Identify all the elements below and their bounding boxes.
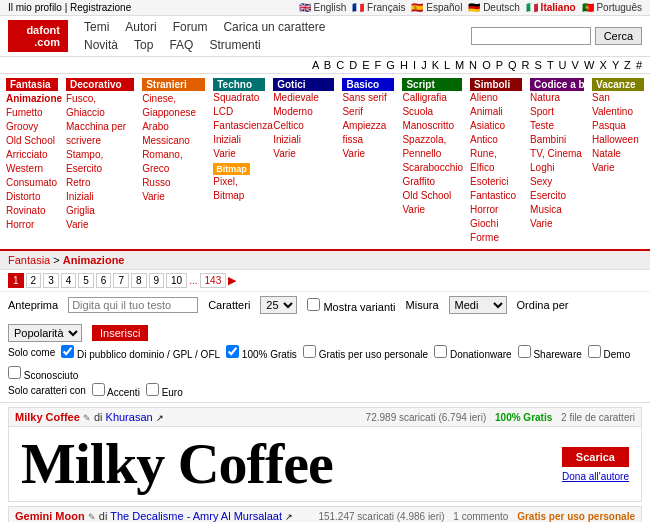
cat-rune[interactable]: Rune, Elfico [470, 147, 522, 175]
profile-link[interactable]: Il mio profilo [8, 2, 62, 13]
cat-spazzola[interactable]: Spazzola, Pennello [402, 133, 462, 161]
dona-button-milky[interactable]: Dona all'autore [562, 471, 629, 482]
cat-scarabocchio[interactable]: Scarabocchio [402, 161, 462, 175]
cat-basico-header[interactable]: Basico [342, 78, 394, 91]
font-name-link-milky[interactable]: Milky Coffee [15, 411, 80, 423]
alpha-x[interactable]: X [599, 59, 606, 71]
cat-varie-sc[interactable]: Varie [402, 203, 462, 217]
cat-varie-s[interactable]: Varie [142, 190, 205, 204]
search-button[interactable]: Cerca [595, 27, 642, 45]
cat-fumetto[interactable]: Fumetto [6, 106, 58, 120]
cat-oldschool-s[interactable]: Old School [402, 189, 462, 203]
cat-bambini[interactable]: Bambini [530, 133, 584, 147]
page-9[interactable]: 9 [149, 273, 165, 288]
cat-gotici-header[interactable]: Gotici [273, 78, 334, 91]
cat-script-header[interactable]: Script [402, 78, 462, 91]
cat-groovy[interactable]: Groovy [6, 120, 58, 134]
size-select[interactable]: Piccoli Medi Grandi [449, 296, 507, 314]
nav-temi[interactable]: Temi [84, 20, 109, 34]
cat-fantastico[interactable]: Fantastico [470, 189, 522, 203]
alpha-k[interactable]: K [432, 59, 439, 71]
alpha-a[interactable]: A [312, 59, 319, 71]
lang-spanish[interactable]: 🇪🇸 Español [411, 2, 462, 13]
cat-romano[interactable]: Romano, Greco [142, 148, 205, 176]
cat-graffito[interactable]: Graffito [402, 175, 462, 189]
alpha-z[interactable]: Z [624, 59, 631, 71]
cat-sansserif[interactable]: Sans serif [342, 91, 394, 105]
page-3[interactable]: 3 [43, 273, 59, 288]
lang-german[interactable]: 🇩🇪 Deutsch [468, 2, 519, 13]
lang-italian[interactable]: 🇮🇹 Italiano [526, 2, 576, 13]
cat-varie-b[interactable]: Varie [342, 147, 394, 161]
page-8[interactable]: 8 [131, 273, 147, 288]
chars-select[interactable]: 25 50 [260, 296, 297, 314]
cat-fantasia-header[interactable]: Fantasia [6, 78, 58, 91]
page-current[interactable]: 1 [8, 273, 24, 288]
cb-euro[interactable] [146, 383, 159, 396]
page-10[interactable]: 10 [166, 273, 187, 288]
cat-tv[interactable]: TV, Cinema [530, 147, 584, 161]
alpha-y[interactable]: Y [612, 59, 619, 71]
register-link[interactable]: Registrazione [70, 2, 131, 13]
cat-cinese[interactable]: Cinese, Giapponese [142, 92, 205, 120]
alpha-m[interactable]: M [455, 59, 464, 71]
cat-fantascienza[interactable]: Fantascienza [213, 119, 265, 133]
alpha-t[interactable]: T [547, 59, 554, 71]
cat-simboli-header[interactable]: Simboli [470, 78, 522, 91]
cat-varie-g[interactable]: Varie [273, 147, 334, 161]
cat-iniziali-g[interactable]: Iniziali [273, 133, 334, 147]
cb-accenti[interactable] [92, 383, 105, 396]
lang-english[interactable]: 🇬🇧 English [299, 2, 347, 13]
alpha-w[interactable]: W [584, 59, 594, 71]
cat-medievale[interactable]: Medievale Moderno [273, 91, 334, 119]
cat-macchina[interactable]: Macchina per scrivere [66, 120, 134, 148]
cb-shareware[interactable] [518, 345, 531, 358]
cat-esoterici[interactable]: Esoterici [470, 175, 522, 189]
cat-celtico[interactable]: Celtico [273, 119, 334, 133]
cat-oldschool[interactable]: Old School [6, 134, 58, 148]
page-7[interactable]: 7 [113, 273, 129, 288]
cat-loghi[interactable]: Loghi [530, 161, 584, 175]
cat-vacanze-header[interactable]: Vacanze [592, 78, 644, 91]
alpha-i[interactable]: I [413, 59, 416, 71]
cat-stranieri-header[interactable]: Stranieri [142, 78, 205, 91]
cat-varie-d[interactable]: Varie [66, 218, 134, 232]
cat-animazione[interactable]: Animazione [6, 92, 58, 106]
page-5[interactable]: 5 [78, 273, 94, 288]
alpha-h[interactable]: H [400, 59, 408, 71]
cat-decorativo-header[interactable]: Decorativo [66, 78, 134, 91]
cat-ampiezza[interactable]: Ampiezza fissa [342, 119, 394, 147]
cb-demo[interactable] [588, 345, 601, 358]
alpha-d[interactable]: D [349, 59, 357, 71]
cat-antico[interactable]: Antico [470, 133, 522, 147]
cat-russo[interactable]: Russo [142, 176, 205, 190]
nav-strumenti[interactable]: Strumenti [209, 38, 260, 52]
alpha-n[interactable]: N [469, 59, 477, 71]
cat-sanvalentino[interactable]: San Valentino [592, 91, 644, 119]
cat-serif[interactable]: Serif [342, 105, 394, 119]
order-select[interactable]: Popolarità Data Nome [8, 324, 82, 342]
alpha-g[interactable]: G [386, 59, 395, 71]
alpha-b[interactable]: B [324, 59, 331, 71]
nav-faq[interactable]: FAQ [169, 38, 193, 52]
cat-animali[interactable]: Animali [470, 105, 522, 119]
nav-novita[interactable]: Novità [84, 38, 118, 52]
cat-squadrato[interactable]: Squadrato [213, 91, 265, 105]
cat-varie-t[interactable]: Varie [213, 147, 265, 161]
alpha-hash[interactable]: # [636, 59, 642, 71]
cat-western[interactable]: Western [6, 162, 58, 176]
page-next-arrow[interactable]: ▶ [228, 274, 236, 287]
nav-forum[interactable]: Forum [173, 20, 208, 34]
page-2[interactable]: 2 [26, 273, 42, 288]
cat-pasqua[interactable]: Pasqua [592, 119, 644, 133]
search-input[interactable] [471, 27, 591, 45]
cat-rovinato[interactable]: Rovinato [6, 204, 58, 218]
cb-unknown[interactable] [8, 366, 21, 379]
cat-forme[interactable]: Forme [470, 231, 522, 245]
cat-codice-header[interactable]: Codice a barre [530, 78, 584, 91]
cat-techno-header[interactable]: Techno [213, 78, 265, 91]
cat-arabo[interactable]: Arabo [142, 120, 205, 134]
breadcrumb-parent[interactable]: Fantasia [8, 254, 50, 266]
cb-gratis[interactable] [226, 345, 239, 358]
font-author-link-gemini[interactable]: The Decalisme - Amry Al Mursalaat [110, 510, 282, 522]
